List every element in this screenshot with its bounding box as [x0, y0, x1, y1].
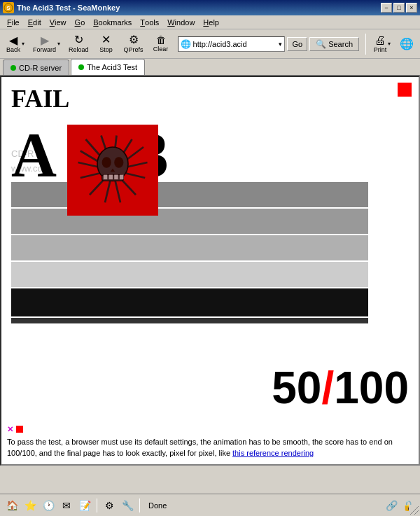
- menu-view[interactable]: View: [46, 16, 71, 29]
- title-bar-left: S The Acid3 Test - SeaMonkey: [3, 2, 120, 13]
- search-button[interactable]: 🔍 Search: [309, 37, 359, 51]
- qprefs-icon: ⚙: [129, 34, 139, 46]
- score-area: 50/100: [272, 362, 409, 414]
- bottom-separator-2: [139, 498, 140, 512]
- minimize-button[interactable]: −: [381, 3, 392, 13]
- nav-globe-button[interactable]: 🌐: [396, 32, 417, 57]
- fail-label: FAIL: [11, 84, 69, 113]
- maximize-button[interactable]: □: [393, 3, 405, 13]
- svg-rect-24: [120, 175, 124, 180]
- svg-point-18: [102, 157, 111, 167]
- app-icon: S: [3, 2, 14, 13]
- tab-dot-icon: [10, 65, 16, 71]
- logo-area: A 3 CD-Rwww.cd-r: [11, 119, 368, 385]
- window-title: The Acid3 Test - SeaMonkey: [17, 4, 120, 12]
- back-button[interactable]: ◀ Back ▾: [3, 32, 28, 57]
- reload-icon: ↻: [74, 34, 83, 46]
- print-arrow-icon: ▾: [388, 41, 391, 47]
- description-area: ✕ To pass the test, a browser must use i…: [7, 425, 413, 459]
- description-text: To pass the test, a browser must use its…: [7, 437, 413, 459]
- gray-bar-6: [11, 318, 368, 323]
- score-numerator: 50/100: [272, 363, 409, 413]
- clear-button[interactable]: 🗑 Clear: [148, 32, 174, 57]
- skull-box: [67, 125, 158, 216]
- menu-file[interactable]: File: [3, 16, 24, 29]
- forward-arrow-icon: ▾: [57, 41, 60, 47]
- address-input[interactable]: 🌐 http://acid3.acid ▾: [178, 36, 286, 52]
- gray-bar-2: [11, 209, 368, 234]
- skull-icon: [74, 132, 151, 209]
- tab-bar: CD-R server The Acid3 Test: [0, 59, 420, 76]
- menu-bar: File Edit View Go Bookmarks Tools Window…: [0, 15, 420, 29]
- go-button[interactable]: Go: [287, 37, 307, 51]
- qprefs-button[interactable]: ⚙ QPrefs: [120, 32, 147, 57]
- score-separator: /: [321, 363, 334, 413]
- print-icon: 🖨: [374, 35, 386, 46]
- big-a-letter: A: [11, 119, 57, 191]
- svg-rect-22: [109, 175, 113, 180]
- gray-bars: [11, 182, 368, 325]
- gray-bar-4: [11, 262, 368, 287]
- reload-button[interactable]: ↻ Reload: [65, 32, 92, 57]
- address-globe-icon: 🌐: [181, 39, 191, 49]
- bottom-separator: [97, 498, 97, 512]
- tab-acid3-label: The Acid3 Test: [87, 63, 137, 71]
- address-value: http://acid3.acid: [193, 40, 247, 48]
- resize-handle[interactable]: [409, 505, 420, 516]
- tab-cdr-server[interactable]: CD-R server: [3, 60, 69, 75]
- forward-icon: ▶: [41, 35, 49, 46]
- menu-edit[interactable]: Edit: [24, 16, 46, 29]
- compose-icon[interactable]: 📝: [77, 498, 92, 513]
- content-area: FAIL A 3 CD-Rwww.cd-r: [0, 76, 420, 466]
- bottom-toolbar: 🏠 ⭐ 🕐 ✉ 📝 ⚙ 🔧 Done 🔗 🔒: [0, 494, 420, 516]
- settings-icon[interactable]: ⚙: [102, 498, 117, 513]
- title-bar: S The Acid3 Test - SeaMonkey − □ ×: [0, 0, 420, 15]
- mail-icon[interactable]: ✉: [59, 498, 74, 513]
- tools-icon2[interactable]: 🔧: [120, 498, 135, 513]
- search-icon: 🔍: [316, 39, 326, 49]
- address-dropdown-icon[interactable]: ▾: [277, 41, 282, 48]
- menu-window[interactable]: Window: [163, 16, 199, 29]
- red-corner-box: [398, 83, 412, 97]
- bookmark-icon[interactable]: ⭐: [22, 498, 38, 513]
- status-done-text: Done: [144, 501, 381, 510]
- menu-help[interactable]: Help: [199, 16, 223, 29]
- back-icon: ◀: [9, 35, 18, 46]
- magenta-x-marker: ✕: [7, 425, 13, 434]
- menu-tools[interactable]: Tools: [136, 16, 163, 29]
- print-button[interactable]: 🖨 Print ▾: [370, 32, 395, 57]
- gray-bar-1: [11, 182, 368, 207]
- acid3-page: FAIL A 3 CD-Rwww.cd-r: [1, 77, 419, 464]
- svg-rect-23: [114, 175, 118, 180]
- tab-acid3-test[interactable]: The Acid3 Test: [71, 59, 145, 75]
- menu-bookmarks[interactable]: Bookmarks: [89, 16, 136, 29]
- svg-point-19: [114, 157, 123, 167]
- svg-text:S: S: [6, 5, 10, 11]
- home-icon[interactable]: 🏠: [4, 498, 20, 513]
- menu-go[interactable]: Go: [71, 16, 90, 29]
- search-label: Search: [328, 40, 353, 48]
- clear-icon: 🗑: [156, 35, 166, 45]
- svg-rect-21: [104, 175, 108, 180]
- reference-link[interactable]: this reference rendering: [232, 449, 314, 457]
- forward-button[interactable]: ▶ Forward ▾: [29, 32, 64, 57]
- gray-bar-5-black: [11, 288, 368, 316]
- red-square-marker: [16, 426, 23, 433]
- gray-bar-3: [11, 235, 368, 260]
- connection-icon[interactable]: 🔗: [384, 498, 399, 513]
- stop-button[interactable]: ✕ Stop: [94, 32, 119, 57]
- tab-cdr-label: CD-R server: [19, 64, 62, 72]
- globe-icon: 🌐: [400, 39, 414, 50]
- toolbar: ◀ Back ▾ ▶ Forward ▾ ↻ Reload ✕ Stop ⚙ Q…: [0, 29, 420, 59]
- stop-icon: ✕: [102, 34, 111, 46]
- tab-active-dot-icon: [78, 64, 84, 70]
- close-button[interactable]: ×: [406, 3, 417, 13]
- window-controls[interactable]: − □ ×: [381, 3, 417, 13]
- toolbar-separator: [365, 34, 366, 55]
- history-icon[interactable]: 🕐: [41, 498, 56, 513]
- back-arrow-icon: ▾: [22, 41, 24, 47]
